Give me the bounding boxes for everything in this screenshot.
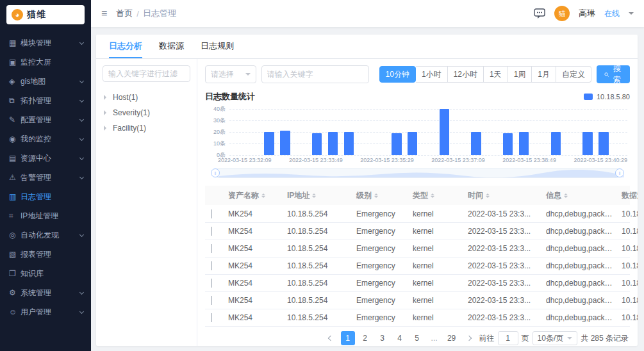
table-row[interactable]: MK25410.18.5.254Emergencykernel2022-03-1… (205, 274, 630, 291)
page-number-29[interactable]: 29 (445, 331, 459, 345)
sort-icon[interactable] (486, 192, 490, 200)
breadcrumb-home[interactable]: 首页 (116, 8, 133, 19)
time-range-12小时[interactable]: 12小时 (448, 66, 484, 83)
chart-bar[interactable] (599, 132, 608, 155)
column-header-资产名称[interactable]: 资产名称 (224, 190, 283, 201)
chart-bar[interactable] (408, 132, 417, 155)
table-row[interactable]: MK25410.18.5.254Emergencykernel2022-03-1… (205, 222, 630, 240)
field-select[interactable]: 请选择 (205, 65, 256, 83)
message-icon[interactable] (534, 8, 545, 19)
column-header-信息[interactable]: 信息 (542, 190, 618, 201)
sidebar-item-knowledge[interactable]: ❐知识库 (0, 264, 91, 283)
sort-icon[interactable] (312, 192, 316, 200)
sidebar-item-resource-center[interactable]: ▤资源中心 (0, 149, 91, 168)
legend-label: 10.18.5.80 (597, 93, 630, 101)
chart-bar[interactable] (264, 132, 274, 155)
table-row[interactable]: MK25410.18.5.254Emergencykernel2022-03-1… (205, 309, 630, 326)
tree-node-Facility[interactable]: Facility(1) (103, 120, 190, 136)
chart-bar[interactable] (328, 132, 338, 155)
expand-row-icon[interactable] (211, 279, 212, 288)
sidebar-item-alarm[interactable]: ⚠告警管理 (0, 168, 91, 187)
chart-bar[interactable] (503, 133, 513, 155)
sidebar-item-my-monitor[interactable]: ◉我的监控 (0, 129, 91, 149)
chart-bar[interactable] (392, 133, 401, 155)
table-row[interactable]: MK25410.18.5.254Emergencykernel2022-03-1… (205, 291, 630, 309)
sidebar-item-monitor-screen[interactable]: ▣监控大屏 (0, 53, 91, 72)
sidebar-item-modules[interactable]: ▦模块管理 (0, 33, 91, 53)
datazoom-handle-left[interactable]: ‖ (211, 168, 220, 177)
table-row[interactable]: MK25410.18.5.254Emergencykernel2022-03-1… (205, 257, 630, 274)
expand-row-icon[interactable] (211, 227, 212, 236)
time-range-1天[interactable]: 1天 (484, 66, 508, 83)
time-range-自定义[interactable]: 自定义 (556, 66, 591, 83)
sort-icon[interactable] (431, 192, 434, 200)
sidebar-item-system[interactable]: ⚙系统管理 (0, 283, 91, 302)
tab-数据源[interactable]: 数据源 (159, 35, 184, 58)
page-number-2[interactable]: 2 (358, 331, 372, 345)
goto-page-input[interactable] (498, 331, 518, 345)
keyword-input[interactable] (261, 65, 369, 83)
chart-bar[interactable] (551, 132, 561, 155)
time-range-1小时[interactable]: 1小时 (416, 66, 448, 83)
x-tick-label: 2022-03-15 23:33:49 (289, 157, 343, 163)
table-row[interactable]: MK25410.18.5.254Emergencykernel2022-03-1… (205, 205, 630, 222)
time-range-1周[interactable]: 1周 (508, 66, 533, 83)
tab-日志分析[interactable]: 日志分析 (109, 35, 142, 58)
chart-bar[interactable] (280, 131, 290, 155)
column-header-label: 资产名称 (228, 190, 259, 201)
column-header-IP地址[interactable]: IP地址 (283, 190, 352, 201)
sidebar-item-ip-address[interactable]: ⌗IP地址管理 (0, 206, 91, 225)
page-number-3[interactable]: 3 (376, 331, 390, 345)
page-number-1[interactable]: 1 (341, 331, 355, 345)
users-icon: ☺ (9, 307, 21, 316)
legend-swatch[interactable] (584, 94, 593, 100)
sort-icon[interactable] (564, 192, 568, 200)
chart-bar[interactable] (312, 133, 322, 155)
page-number-5[interactable]: 5 (410, 331, 424, 345)
sidebar-item-log[interactable]: ▥日志管理 (0, 187, 91, 206)
page-number-4[interactable]: 4 (393, 331, 407, 345)
user-menu-caret-icon[interactable] (629, 12, 634, 17)
chart-bar[interactable] (344, 132, 354, 155)
tree-filter-input[interactable] (103, 65, 190, 82)
chart-bar[interactable] (471, 132, 481, 155)
time-range-1月[interactable]: 1月 (532, 66, 556, 83)
sort-icon[interactable] (261, 192, 265, 200)
column-header-级别[interactable]: 级别 (352, 190, 409, 201)
sidebar-item-config[interactable]: ✎配置管理 (0, 110, 91, 129)
collapse-sidebar-icon[interactable]: ≡ (101, 8, 107, 19)
sidebar-item-topology[interactable]: ⧉拓扑管理 (0, 91, 91, 110)
sidebar-item-gis-map[interactable]: ◈gis地图 (0, 72, 91, 91)
sort-icon[interactable] (374, 192, 378, 200)
column-header-类型[interactable]: 类型 (409, 190, 464, 201)
sidebar-item-auto-discovery[interactable]: ◎自动化发现 (0, 225, 91, 245)
tab-日志规则[interactable]: 日志规则 (201, 35, 234, 58)
chart-bar[interactable] (440, 109, 449, 155)
bar-chart: 40条30条20条10条0条 (205, 109, 630, 155)
search-button[interactable]: 搜索 (597, 65, 630, 83)
next-page-button[interactable] (462, 331, 476, 345)
brand-logo[interactable]: ◕ 猫维 (6, 5, 85, 24)
prev-page-button[interactable] (324, 331, 338, 345)
expand-row-icon[interactable] (211, 296, 212, 305)
page-size-select[interactable]: 10条/页 (533, 331, 578, 345)
datazoom-handle-right[interactable]: ‖ (615, 168, 624, 177)
tree-node-Severity[interactable]: Severity(1) (103, 105, 190, 120)
chart-bar[interactable] (582, 132, 592, 155)
sidebar-item-users[interactable]: ☺用户管理 (0, 302, 91, 322)
cell-info: dhcp,debug,packe... (542, 313, 618, 322)
user-avatar[interactable]: 猫 (554, 6, 570, 21)
datazoom-slider[interactable]: ‖ ‖ (214, 168, 621, 178)
column-header-数据源[interactable]: 数据源 (618, 190, 638, 201)
chevron-down-icon (79, 309, 84, 313)
tree-node-Host[interactable]: Host(1) (103, 90, 190, 105)
column-header-时间[interactable]: 时间 (464, 190, 542, 201)
expand-row-icon[interactable] (211, 209, 212, 218)
table-row[interactable]: MK25410.18.5.254Emergencykernel2022-03-1… (205, 240, 630, 257)
expand-row-icon[interactable] (211, 244, 212, 253)
sidebar-item-report[interactable]: ▧报表管理 (0, 245, 91, 264)
time-range-10分钟[interactable]: 10分钟 (379, 66, 416, 83)
expand-row-icon[interactable] (211, 261, 212, 270)
expand-row-icon[interactable] (211, 313, 212, 322)
chart-bar[interactable] (519, 132, 529, 155)
